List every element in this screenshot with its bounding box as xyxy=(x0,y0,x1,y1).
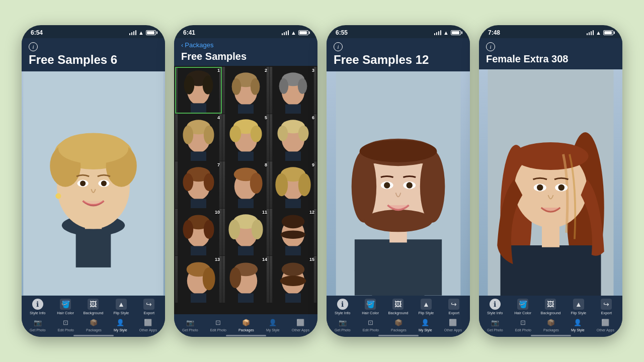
tab-get-photo-2[interactable]: 📷 Get Photo xyxy=(182,317,198,332)
tab-my-style-4[interactable]: 👤 My Style xyxy=(571,317,585,332)
tab-packages-4[interactable]: 📦 Packages xyxy=(543,317,559,332)
grid-item-12[interactable]: 12 xyxy=(270,209,316,255)
tab-get-photo-3[interactable]: 📷 Get Photo xyxy=(335,317,351,332)
tab-my-style-3[interactable]: 👤 My Style xyxy=(419,317,432,332)
phone-2: 6:41 ▲ ‹ Packages Free Samples xyxy=(174,25,317,337)
svg-point-54 xyxy=(204,173,214,191)
svg-rect-78 xyxy=(238,246,254,255)
background-btn-4[interactable]: 🖼 Background xyxy=(539,299,561,315)
tab-get-photo-1[interactable]: 📷 Get Photo xyxy=(30,317,46,332)
time-1: 6:54 xyxy=(31,29,43,36)
svg-point-87 xyxy=(203,267,215,290)
tab-edit-photo-3[interactable]: ⊡ Edit Photo xyxy=(363,317,379,332)
signal-icon-4 xyxy=(587,30,594,35)
grid-item-7[interactable]: 7 xyxy=(175,161,222,208)
wifi-icon-3: ▲ xyxy=(443,30,449,36)
grid-item-1[interactable]: 1 xyxy=(175,67,222,114)
hair-grid-container-2: 1 2 xyxy=(174,66,317,314)
tab-my-style-2[interactable]: 👤 My Style xyxy=(266,317,280,332)
grid-item-14[interactable]: 14 xyxy=(222,256,269,303)
flip-style-btn-1[interactable]: ▲ Flip Style xyxy=(110,299,132,315)
home-indicator-2 xyxy=(174,335,317,337)
info-icon-3[interactable]: i xyxy=(334,42,343,51)
tab-packages-1[interactable]: 📦 Packages xyxy=(86,317,102,332)
tab-edit-photo-4[interactable]: ⊡ Edit Photo xyxy=(515,317,531,332)
svg-rect-49 xyxy=(285,151,301,161)
flip-style-btn-4[interactable]: ▲ Flip Style xyxy=(568,299,590,315)
tab-other-apps-2[interactable]: ⬜ Other Apps xyxy=(292,317,309,332)
status-icons-1: ▲ xyxy=(129,30,156,36)
back-button-2[interactable]: ‹ Packages xyxy=(181,41,310,49)
svg-point-23 xyxy=(232,78,242,95)
grid-item-8[interactable]: 8 xyxy=(222,161,269,208)
svg-point-42 xyxy=(251,126,262,142)
tab-get-photo-4[interactable]: 📷 Get Photo xyxy=(487,317,503,332)
svg-point-77 xyxy=(252,220,263,239)
svg-point-108 xyxy=(360,140,437,163)
svg-rect-98 xyxy=(285,293,301,303)
tab-other-apps-3[interactable]: ⬜ Other Apps xyxy=(444,317,462,332)
svg-point-120 xyxy=(513,142,589,170)
grid-item-6[interactable]: 6 xyxy=(270,114,316,161)
tab-other-apps-1[interactable]: ⬜ Other Apps xyxy=(139,317,157,332)
grid-item-4[interactable]: 4 xyxy=(175,114,222,161)
hair-color-btn-4[interactable]: 🪣 Hair Color xyxy=(512,299,534,315)
tab-packages-2[interactable]: 📦 Packages xyxy=(238,317,254,332)
grid-item-11[interactable]: 11 xyxy=(222,209,269,255)
tab-edit-photo-2[interactable]: ⊡ Edit Photo xyxy=(210,317,226,332)
export-btn-3[interactable]: ↪ Export xyxy=(443,299,465,315)
toolbar-3: ℹ Style Info 🪣 Hair Color 🖼 Background ▲… xyxy=(327,296,470,335)
svg-rect-25 xyxy=(238,104,254,114)
info-icon-1[interactable]: i xyxy=(29,42,38,51)
battery-icon-2 xyxy=(298,30,308,35)
portrait-view-4 xyxy=(479,69,622,296)
svg-rect-101 xyxy=(355,240,442,296)
app-header-1: i Free Samples 6 xyxy=(22,38,165,71)
signal-icon-1 xyxy=(129,30,136,35)
time-2: 6:41 xyxy=(183,29,195,36)
signal-icon-2 xyxy=(282,30,289,35)
page-title-4: Female Extra 308 xyxy=(486,53,615,64)
grid-item-3[interactable]: 3 xyxy=(270,67,316,114)
export-btn-4[interactable]: ↪ Export xyxy=(595,299,617,315)
grid-item-10[interactable]: 10 xyxy=(175,209,222,255)
home-indicator-1 xyxy=(22,335,165,337)
grid-item-2[interactable]: 2 xyxy=(222,67,269,114)
svg-rect-83 xyxy=(285,246,301,255)
packages-header-2: ‹ Packages Free Samples xyxy=(174,38,317,66)
toolbar-4: ℹ Style Info 🪣 Hair Color 🖼 Background ▲… xyxy=(479,296,622,335)
grid-item-5[interactable]: 5 xyxy=(222,114,269,161)
info-icon-4[interactable]: i xyxy=(486,42,495,51)
style-info-btn-1[interactable]: ℹ Style Info xyxy=(27,299,49,315)
page-title-2: Free Samples xyxy=(181,51,310,62)
signal-icon-3 xyxy=(434,30,441,35)
style-info-btn-4[interactable]: ℹ Style Info xyxy=(484,299,506,315)
style-info-btn-3[interactable]: ℹ Style Info xyxy=(332,299,354,315)
app-header-4: i Female Extra 308 xyxy=(479,38,622,69)
status-icons-2: ▲ xyxy=(282,30,308,36)
svg-rect-19 xyxy=(191,103,206,114)
grid-item-13[interactable]: 13 xyxy=(175,256,222,303)
wifi-icon-2: ▲ xyxy=(291,30,296,36)
svg-point-18 xyxy=(203,76,213,95)
grid-item-9[interactable]: 9 xyxy=(270,161,316,208)
background-btn-3[interactable]: 🖼 Background xyxy=(387,299,409,315)
status-icons-4: ▲ xyxy=(587,30,613,36)
svg-rect-117 xyxy=(501,245,601,296)
portrait-view-1 xyxy=(22,71,165,296)
tab-other-apps-4[interactable]: ⬜ Other Apps xyxy=(597,317,614,332)
background-btn-1[interactable]: 🖼 Background xyxy=(82,299,104,315)
portrait-image-1 xyxy=(22,71,165,296)
tab-packages-3[interactable]: 📦 Packages xyxy=(391,317,407,332)
hair-color-btn-1[interactable]: 🪣 Hair Color xyxy=(54,299,76,315)
tab-my-style-1[interactable]: 👤 My Style xyxy=(114,317,127,332)
grid-item-15[interactable]: 15 xyxy=(270,256,316,303)
tab-edit-photo-1[interactable]: ⊡ Edit Photo xyxy=(58,317,74,332)
svg-rect-72 xyxy=(191,246,206,255)
flip-style-btn-3[interactable]: ▲ Flip Style xyxy=(415,299,437,315)
hair-color-btn-3[interactable]: 🪣 Hair Color xyxy=(359,299,381,315)
export-btn-1[interactable]: ↪ Export xyxy=(138,299,160,315)
status-icons-3: ▲ xyxy=(434,30,461,36)
svg-rect-37 xyxy=(191,151,206,161)
battery-icon-3 xyxy=(451,30,461,35)
